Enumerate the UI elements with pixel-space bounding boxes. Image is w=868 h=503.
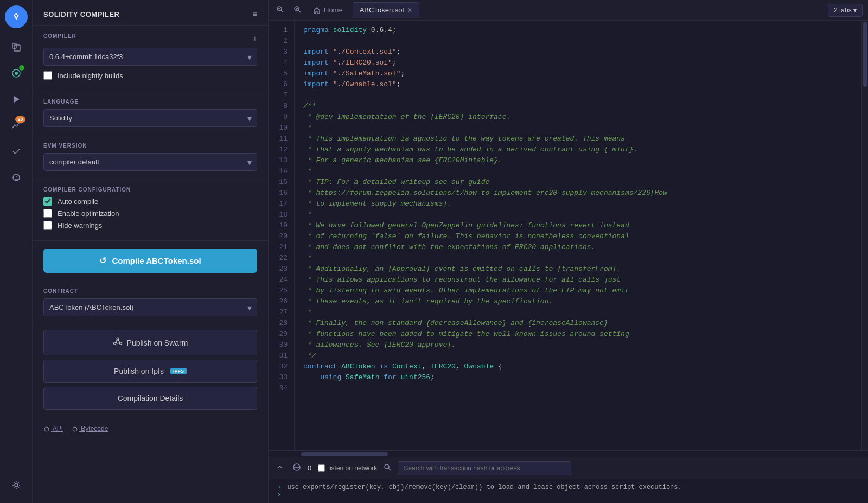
- enable-optimization-row[interactable]: Enable optimization: [43, 209, 257, 218]
- app-logo: [5, 5, 28, 28]
- sidebar-item-run[interactable]: [5, 88, 28, 111]
- svg-line-16: [116, 342, 117, 343]
- tab-bar: Home ABCToken.sol ✕ 2 tabs ▾: [269, 0, 868, 21]
- hide-warnings-label: Hide warnings: [58, 221, 102, 230]
- console-input-prompt: ›: [277, 491, 281, 499]
- language-select[interactable]: Solidity: [43, 109, 257, 127]
- ban-icon: [292, 463, 301, 473]
- publish-ipfs-button[interactable]: Publish on Ipfs IPFS: [43, 360, 257, 383]
- enable-optimization-checkbox[interactable]: [43, 209, 52, 218]
- vertical-scrollbar[interactable]: [861, 21, 868, 450]
- compilation-details-label: Compilation Details: [118, 394, 183, 403]
- compilation-details-button[interactable]: Compilation Details: [43, 387, 257, 410]
- svg-line-20: [281, 10, 283, 12]
- action-buttons-section: Publish on Swarm Publish on Ipfs IPFS Co…: [33, 324, 268, 419]
- listen-network-row[interactable]: listen on network: [318, 464, 377, 472]
- sidebar-item-analysis[interactable]: 20: [5, 114, 28, 137]
- language-wrapper: Solidity: [43, 109, 257, 127]
- svg-point-11: [117, 338, 119, 340]
- language-section-label: LANGUAGE: [43, 99, 257, 105]
- listen-network-checkbox[interactable]: [318, 464, 325, 472]
- compiler-version-select[interactable]: 0.6.4+commit.1dca32f3: [43, 48, 257, 66]
- zoom-in-button[interactable]: [291, 3, 303, 17]
- svg-point-5: [15, 72, 18, 75]
- include-nightly-checkbox[interactable]: [43, 71, 52, 80]
- compile-button-label: Compile ABCToken.sol: [112, 256, 201, 265]
- tabs-dropdown-button[interactable]: 2 tabs ▾: [828, 4, 863, 17]
- bytecode-link[interactable]: Bytecode: [72, 425, 108, 432]
- svg-point-28: [385, 464, 389, 469]
- svg-point-1: [15, 13, 17, 15]
- sidebar-title: SOLIDITY COMPILER: [43, 10, 119, 18]
- swarm-icon: [113, 337, 123, 348]
- line-numbers: 12345 678910 1112131415 1617181920 21222…: [269, 21, 295, 450]
- icon-bar: 20: [0, 0, 33, 503]
- transaction-count: 0: [308, 464, 311, 472]
- svg-line-15: [119, 342, 120, 343]
- publish-swarm-button[interactable]: Publish on Swarm: [43, 330, 257, 355]
- svg-line-23: [298, 10, 301, 12]
- active-tab-label: ABCToken.sol: [360, 6, 404, 14]
- svg-point-12: [119, 342, 122, 345]
- include-nightly-row[interactable]: Include nightly builds: [43, 71, 257, 80]
- transaction-search-input[interactable]: [398, 461, 571, 475]
- contract-section: CONTRACT ABCToken (ABCToken.sol): [33, 281, 268, 324]
- bottom-bar: 0 listen on network: [269, 457, 868, 479]
- compile-refresh-icon: ↺: [99, 256, 106, 266]
- publish-swarm-label: Publish on Swarm: [127, 339, 188, 347]
- scroll-thumb[interactable]: [863, 22, 867, 87]
- compiler-version-wrapper: 0.6.4+commit.1dca32f3: [43, 48, 257, 66]
- sidebar-item-check[interactable]: [5, 140, 28, 163]
- console-prompt-icon: ›: [277, 483, 281, 491]
- horizontal-scrollbar[interactable]: [269, 450, 868, 457]
- h-scroll-thumb[interactable]: [301, 452, 388, 456]
- evm-select[interactable]: compiler default: [43, 153, 257, 171]
- listen-network-label: listen on network: [328, 464, 377, 472]
- auto-compile-label: Auto compile: [58, 198, 98, 206]
- compiler-add-icon[interactable]: +: [253, 34, 257, 43]
- sidebar-item-files[interactable]: [5, 36, 28, 59]
- editor-area: 12345 678910 1112131415 1617181920 21222…: [269, 21, 868, 450]
- console-line: › use exports/register(key, obj)/remove(…: [277, 483, 859, 491]
- analysis-badge: 20: [15, 116, 25, 123]
- code-editor[interactable]: pragma solidity 0.6.4; import "./Context…: [295, 21, 861, 450]
- console-text: use exports/register(key, obj)/remove(ke…: [287, 483, 681, 491]
- svg-point-9: [15, 483, 18, 487]
- compile-button[interactable]: ↺ Compile ABCToken.sol: [43, 249, 257, 273]
- expand-console-button[interactable]: [274, 461, 286, 475]
- contract-wrapper: ABCToken (ABCToken.sol): [43, 298, 257, 316]
- svg-point-18: [73, 427, 77, 431]
- language-section: LANGUAGE Solidity: [33, 91, 268, 135]
- hide-warnings-row[interactable]: Hide warnings: [43, 221, 257, 230]
- svg-line-29: [388, 468, 391, 470]
- tab-home[interactable]: Home: [309, 4, 347, 16]
- svg-point-10: [116, 340, 119, 343]
- search-bottom-icon: [384, 463, 391, 473]
- sidebar-item-debug[interactable]: [5, 166, 28, 189]
- main-editor: Home ABCToken.sol ✕ 2 tabs ▾ 12345 67891…: [269, 0, 868, 503]
- sidebar-item-compiler[interactable]: [5, 62, 28, 85]
- compiler-section: COMPILER + 0.6.4+commit.1dca32f3 Include…: [33, 26, 268, 91]
- sidebar-item-settings[interactable]: [5, 474, 28, 496]
- tab-active-file[interactable]: ABCToken.sol ✕: [353, 2, 420, 18]
- tab-close-button[interactable]: ✕: [407, 7, 412, 14]
- sidebar-footer: API Bytecode: [33, 419, 268, 438]
- home-tab-label: Home: [324, 6, 343, 14]
- enable-optimization-label: Enable optimization: [58, 209, 119, 218]
- api-link[interactable]: API: [43, 425, 63, 432]
- compiler-section-label: COMPILER: [43, 33, 76, 39]
- console-input-line: ›: [277, 491, 859, 499]
- hide-warnings-checkbox[interactable]: [43, 221, 52, 230]
- sidebar-header: SOLIDITY COMPILER ≡: [33, 0, 268, 26]
- ipfs-badge: IPFS: [170, 368, 187, 374]
- zoom-out-button[interactable]: [274, 3, 286, 17]
- contract-select[interactable]: ABCToken (ABCToken.sol): [43, 298, 257, 316]
- evm-wrapper: compiler default: [43, 153, 257, 171]
- sidebar-menu-icon[interactable]: ≡: [253, 10, 257, 18]
- auto-compile-checkbox[interactable]: [43, 197, 52, 206]
- svg-point-13: [113, 342, 116, 345]
- evm-section: EVM VERSION compiler default: [33, 135, 268, 179]
- evm-section-label: EVM VERSION: [43, 143, 257, 149]
- include-nightly-label: Include nightly builds: [58, 72, 123, 80]
- auto-compile-row[interactable]: Auto compile: [43, 197, 257, 206]
